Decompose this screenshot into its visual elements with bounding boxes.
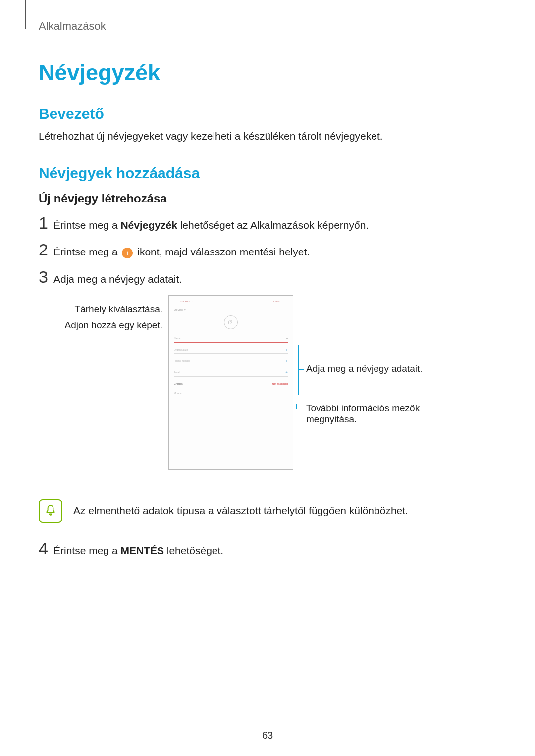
diagram: Tárhely kiválasztása. Adjon hozzá egy ké… <box>39 295 496 488</box>
callout-bracket <box>294 345 299 395</box>
plus-icon: + <box>122 248 133 258</box>
step-2-post: ikont, majd válasszon mentési helyet. <box>134 246 310 257</box>
section-intro-heading: Bevezető <box>39 105 496 122</box>
step-1-pre: Érintse meg a <box>54 219 120 231</box>
mock-screen: CANCEL SAVE Device Name▾ Organisation+ P… <box>168 295 293 470</box>
callout-image: Adjon hozzá egy képet. <box>63 320 162 331</box>
section-add-heading: Névjegyek hozzáadása <box>39 165 496 182</box>
step-number: 1 <box>39 214 54 231</box>
callout-line <box>284 404 296 404</box>
step-1-bold: Névjegyzék <box>120 219 177 231</box>
mock-storage: Device <box>169 307 293 314</box>
intro-text: Létrehozhat új névjegyeket vagy kezelhet… <box>39 130 496 142</box>
mock-groups-label: Groups <box>174 382 183 385</box>
callout-enter-data: Adja meg a névjegy adatait. <box>306 363 423 374</box>
mock-save: SAVE <box>273 300 282 303</box>
step-number: 2 <box>39 241 54 258</box>
bell-icon <box>39 499 62 523</box>
mock-name-label: Name <box>174 337 180 340</box>
breadcrumb: Alkalmazások <box>39 20 496 33</box>
callout-line <box>296 409 304 409</box>
step-number: 3 <box>39 268 54 285</box>
step-4: 4 Érintse meg a MENTÉS lehetőséget. <box>39 540 496 557</box>
mock-email-label: Email <box>174 371 180 374</box>
svg-rect-0 <box>229 321 233 324</box>
callout-storage: Tárhely kiválasztása. <box>68 304 162 315</box>
page-number: 63 <box>0 730 535 741</box>
note-text: Az elmenthető adatok típusa a választott… <box>73 505 408 517</box>
callout-line <box>298 369 304 370</box>
page-title: Névjegyzék <box>39 60 496 86</box>
subsection-heading: Új névjegy létrehozása <box>39 192 496 205</box>
step-3: 3 Adja meg a névjegy adatait. <box>39 268 496 286</box>
step-1-post: lehetőséget az Alkalmazások képernyőn. <box>177 219 369 231</box>
svg-point-1 <box>230 322 232 323</box>
mock-more-label: More <box>174 392 179 395</box>
mock-org-label: Organisation <box>174 348 188 351</box>
mock-not-assigned: Not assigned <box>272 382 288 385</box>
mock-cancel: CANCEL <box>180 300 194 303</box>
chevron-down-icon: ▾ <box>180 392 182 395</box>
plus-small-icon: + <box>285 348 288 352</box>
chevron-down-icon: ▾ <box>286 337 288 340</box>
step-2: 2 Érintse meg a + ikont, majd válasszon … <box>39 241 496 259</box>
note: Az elmenthető adatok típusa a választott… <box>39 499 496 523</box>
callout-more-fields: További információs mezők megnyitása. <box>306 403 445 425</box>
plus-small-icon: + <box>285 359 288 363</box>
svg-rect-2 <box>230 320 232 321</box>
plus-small-icon: + <box>285 370 288 375</box>
step-4-post: lehetőséget. <box>164 545 223 556</box>
camera-icon <box>224 315 238 329</box>
step-1: 1 Érintse meg a Névjegyzék lehetőséget a… <box>39 214 496 232</box>
step-4-pre: Érintse meg a <box>54 545 120 556</box>
step-4-bold: MENTÉS <box>120 545 164 556</box>
side-rule <box>25 0 26 29</box>
step-3-text: Adja meg a névjegy adatait. <box>54 272 182 286</box>
mock-phone-label: Phone number <box>174 359 190 362</box>
callout-line <box>296 404 297 409</box>
step-number: 4 <box>39 540 54 556</box>
step-2-pre: Érintse meg a <box>54 246 120 257</box>
